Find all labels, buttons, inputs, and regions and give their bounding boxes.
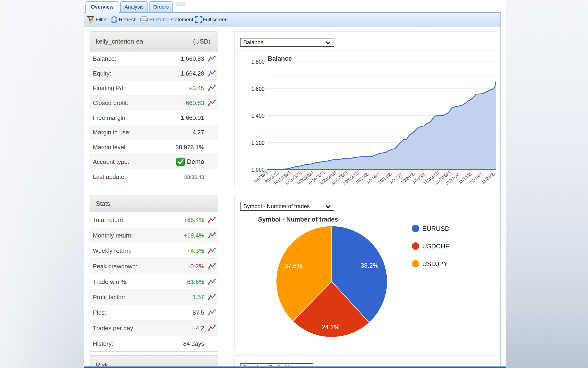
svg-text:24.2%: 24.2% bbox=[322, 324, 340, 331]
svg-text:USDJPY: USDJPY bbox=[422, 260, 448, 267]
svg-text:37.6%: 37.6% bbox=[284, 263, 302, 269]
svg-text:1,200: 1,200 bbox=[251, 140, 265, 146]
svg-text:1,000: 1,000 bbox=[251, 167, 265, 173]
svg-text:1,600: 1,600 bbox=[251, 86, 265, 92]
svg-text:USDCHF: USDCHF bbox=[422, 243, 449, 250]
svg-text:EURUSD: EURUSD bbox=[422, 225, 449, 232]
svg-text:38.2%: 38.2% bbox=[361, 262, 378, 269]
svg-text:1,800: 1,800 bbox=[251, 59, 265, 65]
svg-text:Balance: Balance bbox=[268, 55, 292, 62]
svg-text:1,400: 1,400 bbox=[251, 113, 265, 119]
